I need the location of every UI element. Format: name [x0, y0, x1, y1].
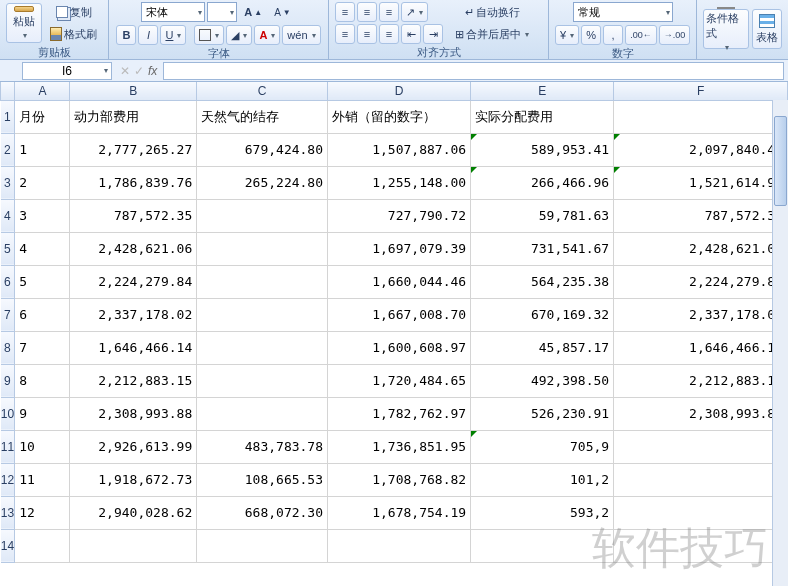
cell[interactable]: 45,857.17	[471, 331, 614, 364]
cell[interactable]: 526,230.91	[471, 397, 614, 430]
cell[interactable]	[70, 529, 197, 562]
row-header[interactable]: 13	[1, 496, 15, 529]
orientation-button[interactable]: ↗	[401, 2, 428, 22]
row-header[interactable]: 9	[1, 364, 15, 397]
cell[interactable]: 3	[15, 199, 70, 232]
cell[interactable]: 2,308,993.88	[70, 397, 197, 430]
cell[interactable]: 2,212,883.15	[70, 364, 197, 397]
format-painter-button[interactable]: 格式刷	[45, 24, 102, 44]
italic-button[interactable]: I	[138, 25, 158, 45]
copy-button[interactable]: 复制	[45, 2, 102, 22]
fx-icon[interactable]: fx	[148, 64, 157, 78]
cell[interactable]: 1,678,754.19	[328, 496, 471, 529]
format-as-table-button[interactable]: 表格	[752, 9, 782, 49]
col-header-E[interactable]: E	[471, 82, 614, 100]
cell[interactable]: 727,790.72	[328, 199, 471, 232]
cell[interactable]	[197, 364, 328, 397]
row-header[interactable]: 11	[1, 430, 15, 463]
cell[interactable]	[197, 232, 328, 265]
col-header-B[interactable]: B	[70, 82, 197, 100]
cell[interactable]: 1,697,079.39	[328, 232, 471, 265]
row-header[interactable]: 5	[1, 232, 15, 265]
row-header[interactable]: 6	[1, 265, 15, 298]
cell[interactable]: 动力部费用	[70, 100, 197, 133]
col-header-C[interactable]: C	[197, 82, 328, 100]
cell[interactable]: 1,600,608.97	[328, 331, 471, 364]
cell[interactable]: 101,2	[471, 463, 614, 496]
cell[interactable]: 483,783.78	[197, 430, 328, 463]
cell[interactable]: 1	[15, 133, 70, 166]
cell[interactable]: 108,665.53	[197, 463, 328, 496]
row-header[interactable]: 1	[1, 100, 15, 133]
cell[interactable]: 1,255,148.00	[328, 166, 471, 199]
cell[interactable]: 59,781.63	[471, 199, 614, 232]
cell[interactable]: 1,507,887.06	[328, 133, 471, 166]
row-header[interactable]: 8	[1, 331, 15, 364]
cell[interactable]: 679,424.80	[197, 133, 328, 166]
bold-button[interactable]: B	[116, 25, 136, 45]
cell[interactable]: 6	[15, 298, 70, 331]
font-size-combo[interactable]	[207, 2, 237, 22]
cell[interactable]: 2,926,613.99	[70, 430, 197, 463]
row-header[interactable]: 3	[1, 166, 15, 199]
cell[interactable]: 668,072.30	[197, 496, 328, 529]
font-color-button[interactable]: A	[254, 25, 280, 45]
cell[interactable]	[197, 199, 328, 232]
cell[interactable]: 1,736,851.95	[328, 430, 471, 463]
vertical-scrollbar[interactable]	[772, 100, 788, 586]
cell[interactable]: 593,2	[471, 496, 614, 529]
cell[interactable]	[197, 265, 328, 298]
decrease-decimal-button[interactable]: →.00	[659, 25, 691, 45]
cell[interactable]: 2,777,265.27	[70, 133, 197, 166]
cell[interactable]: 705,9	[471, 430, 614, 463]
cancel-icon[interactable]: ✕	[120, 64, 130, 78]
percent-button[interactable]: %	[581, 25, 601, 45]
cell[interactable]: 10	[15, 430, 70, 463]
pinyin-button[interactable]: wén	[282, 25, 320, 45]
font-name-combo[interactable]: 宋体	[141, 2, 205, 22]
align-left-button[interactable]: ≡	[335, 24, 355, 44]
cell[interactable]	[614, 430, 788, 463]
align-top-button[interactable]: ≡	[335, 2, 355, 22]
paste-button[interactable]: 粘贴	[6, 3, 42, 43]
col-header-F[interactable]: F	[614, 82, 788, 100]
align-middle-button[interactable]: ≡	[357, 2, 377, 22]
cell[interactable]: 2,428,621.06	[70, 232, 197, 265]
cell[interactable]	[614, 463, 788, 496]
number-format-combo[interactable]: 常规	[573, 2, 673, 22]
cell[interactable]	[197, 397, 328, 430]
cell[interactable]: 492,398.50	[471, 364, 614, 397]
cell[interactable]	[614, 529, 788, 562]
comma-button[interactable]: ,	[603, 25, 623, 45]
conditional-format-button[interactable]: 条件格式	[703, 9, 749, 49]
fill-color-button[interactable]: ◢	[226, 25, 252, 45]
indent-decrease-button[interactable]: ⇤	[401, 24, 421, 44]
cell[interactable]: 1,667,008.70	[328, 298, 471, 331]
cell[interactable]: 265,224.80	[197, 166, 328, 199]
cell[interactable]: 1,782,762.97	[328, 397, 471, 430]
cell[interactable]: 2,308,993.88	[614, 397, 788, 430]
cell[interactable]: 670,169.32	[471, 298, 614, 331]
cell[interactable]: 1,660,044.46	[328, 265, 471, 298]
cell[interactable]	[197, 529, 328, 562]
row-header[interactable]: 10	[1, 397, 15, 430]
cell[interactable]: 2,212,883.15	[614, 364, 788, 397]
cell[interactable]: 2,337,178.02	[70, 298, 197, 331]
cell[interactable]: 266,466.96	[471, 166, 614, 199]
cell[interactable]: 2	[15, 166, 70, 199]
accounting-format-button[interactable]: ¥	[555, 25, 579, 45]
cell[interactable]: 564,235.38	[471, 265, 614, 298]
row-header[interactable]: 2	[1, 133, 15, 166]
increase-decimal-button[interactable]: .00←	[625, 25, 657, 45]
cell[interactable]: 1,646,466.14	[70, 331, 197, 364]
cell[interactable]: 1,646,466.14	[614, 331, 788, 364]
cell[interactable]: 5	[15, 265, 70, 298]
shrink-font-button[interactable]: A▼	[269, 2, 296, 22]
cell[interactable]	[471, 529, 614, 562]
underline-button[interactable]: U	[160, 25, 186, 45]
row-header[interactable]: 14	[1, 529, 15, 562]
cell[interactable]: 天然气的结存	[197, 100, 328, 133]
cell[interactable]	[328, 529, 471, 562]
grow-font-button[interactable]: A▲	[239, 2, 267, 22]
cell[interactable]: 9	[15, 397, 70, 430]
